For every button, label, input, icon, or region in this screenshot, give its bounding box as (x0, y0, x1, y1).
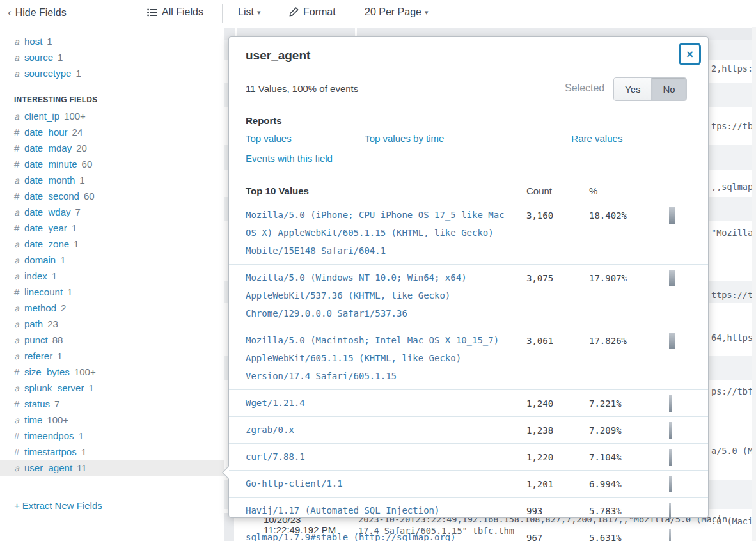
field-name-link[interactable]: client_ip (24, 111, 59, 122)
sidebar-field-size_bytes[interactable]: #size_bytes100+ (0, 364, 224, 380)
top-values-by-time-link[interactable]: Top values by time (365, 133, 569, 144)
events-with-field-link[interactable]: Events with this field (246, 153, 333, 164)
sidebar-field-source[interactable]: asource1 (0, 49, 224, 65)
sidebar-field-splunk_server[interactable]: asplunk_server1 (0, 380, 224, 396)
sidebar-field-domain[interactable]: adomain1 (0, 252, 224, 268)
value-count: 3,160 (526, 207, 553, 224)
all-fields-button[interactable]: All Fields (147, 6, 203, 18)
value-count: 993 (526, 502, 542, 520)
field-name-link[interactable]: timestartpos (24, 446, 77, 457)
sidebar-field-index[interactable]: aindex1 (0, 268, 224, 284)
value-link[interactable]: curl/7.88.1 (246, 448, 518, 466)
string-type-icon: a (14, 237, 24, 253)
field-name-link[interactable]: size_bytes (24, 366, 70, 377)
field-name-link[interactable]: time (24, 414, 42, 425)
all-fields-label: All Fields (162, 6, 203, 17)
sidebar-field-host[interactable]: ahost1 (0, 33, 224, 49)
sidebar-field-client_ip[interactable]: aclient_ip100+ (0, 108, 224, 124)
field-name-link[interactable]: date_wday (24, 207, 71, 217)
reports-heading: Reports (246, 115, 282, 126)
scrollbar[interactable] (752, 27, 756, 541)
percent-bar (669, 333, 675, 349)
sidebar-field-linecount[interactable]: #linecount1 (0, 284, 224, 300)
field-name-link[interactable]: timeendpos (24, 430, 74, 441)
sidebar-field-referer[interactable]: areferer1 (0, 348, 224, 364)
per-page-dropdown[interactable]: 20 Per Page▾ (365, 6, 428, 18)
rare-values-link[interactable]: Rare values (571, 133, 622, 144)
value-count: 1,240 (526, 395, 553, 412)
sidebar-field-path[interactable]: apath23 (0, 316, 224, 332)
field-name-link[interactable]: status (24, 398, 50, 409)
value-count: 1,201 (526, 475, 553, 493)
field-name-link[interactable]: host (24, 36, 42, 47)
field-name-link[interactable]: user_agent (24, 462, 72, 473)
field-name-link[interactable]: sourcetype (24, 68, 71, 79)
sidebar-field-date_hour[interactable]: #date_hour24 (0, 124, 224, 140)
field-name-link[interactable]: splunk_server (24, 382, 84, 393)
value-link[interactable]: Havij/1.17 (Automated SQL Injection) (246, 501, 518, 519)
value-link[interactable]: sqlmap/1.7.9#stable (http://sqlmap.org) (246, 528, 518, 541)
field-name-link[interactable]: date_month (24, 175, 75, 185)
hide-fields-label: Hide Fields (15, 7, 67, 18)
field-name-link[interactable]: punct (24, 334, 48, 345)
value-link[interactable]: Go-http-client/1.1 (246, 474, 518, 492)
selected-no-button[interactable]: No (651, 78, 686, 100)
sidebar-field-date_wday[interactable]: adate_wday7 (0, 204, 224, 220)
value-percent: 7.209% (589, 421, 622, 439)
value-link[interactable]: zgrab/0.x (246, 421, 518, 439)
field-name-link[interactable]: date_second (24, 191, 79, 201)
field-name-link[interactable]: date_zone (24, 239, 69, 249)
list-dropdown[interactable]: List▾ (238, 6, 260, 18)
field-name-link[interactable]: path (24, 318, 43, 329)
percent-bar (669, 422, 672, 439)
list-label: List (238, 6, 254, 17)
field-name-link[interactable]: date_mday (24, 143, 72, 153)
hide-fields-button[interactable]: ‹Hide Fields (8, 6, 67, 19)
sidebar-field-date_month[interactable]: adate_month1 (0, 172, 224, 188)
selected-yes-button[interactable]: Yes (614, 78, 651, 100)
value-link[interactable]: Mozilla/5.0 (Windows NT 10.0; Win64; x64… (246, 269, 518, 322)
count-column-header: Count (526, 185, 552, 196)
value-row: Wget/1.21.41,2407.221% (229, 390, 708, 417)
close-icon[interactable]: × (679, 43, 701, 65)
sidebar-field-date_second[interactable]: #date_second60 (0, 188, 224, 204)
top-values-link[interactable]: Top values (246, 133, 362, 144)
field-distinct-count: 88 (52, 334, 63, 345)
field-name-link[interactable]: date_year (24, 223, 67, 233)
value-row: curl/7.88.11,2207.104% (229, 444, 708, 471)
field-distinct-count: 1 (75, 68, 81, 79)
pencil-icon (289, 7, 299, 17)
interesting-fields-heading: INTERESTING FIELDS (0, 95, 224, 104)
field-name-link[interactable]: method (24, 302, 56, 313)
field-name-link[interactable]: index (24, 270, 47, 281)
format-button[interactable]: Format (289, 6, 336, 18)
plus-icon: + (14, 500, 20, 511)
sidebar-field-punct[interactable]: apunct88 (0, 332, 224, 348)
field-name-link[interactable]: referer (24, 350, 52, 361)
field-distinct-count: 1 (72, 223, 77, 233)
field-name-link[interactable]: date_minute (24, 159, 77, 169)
number-type-icon: # (14, 428, 24, 444)
sidebar-field-status[interactable]: #status7 (0, 396, 224, 412)
sidebar-field-timeendpos[interactable]: #timeendpos1 (0, 428, 224, 444)
sidebar-field-date_mday[interactable]: #date_mday20 (0, 140, 224, 156)
field-name-link[interactable]: source (24, 52, 53, 63)
value-link[interactable]: Mozilla/5.0 (Macintosh; Intel Mac OS X 1… (246, 331, 518, 385)
sidebar-field-timestartpos[interactable]: #timestartpos1 (0, 444, 224, 460)
extract-new-fields-link[interactable]: +Extract New Fields (14, 500, 102, 511)
sidebar-field-date_zone[interactable]: adate_zone1 (0, 236, 224, 252)
value-link[interactable]: Mozilla/5.0 (iPhone; CPU iPhone OS 17_5 … (246, 206, 518, 260)
field-name-link[interactable]: domain (24, 255, 56, 265)
sidebar-field-user_agent[interactable]: auser_agent11 (0, 460, 224, 476)
value-link[interactable]: Wget/1.21.4 (246, 394, 518, 412)
sidebar-field-sourcetype[interactable]: asourcetype1 (0, 65, 224, 81)
field-name-link[interactable]: linecount (24, 286, 63, 297)
sidebar-field-date_minute[interactable]: #date_minute60 (0, 156, 224, 172)
background-event-text: 2,https:/ (711, 63, 756, 74)
sidebar-field-time[interactable]: atime100+ (0, 412, 224, 428)
number-type-icon: # (14, 156, 24, 172)
field-distinct-count: 1 (88, 382, 93, 393)
field-name-link[interactable]: date_hour (24, 127, 68, 137)
sidebar-field-date_year[interactable]: #date_year1 (0, 220, 224, 236)
sidebar-field-method[interactable]: amethod2 (0, 300, 224, 316)
